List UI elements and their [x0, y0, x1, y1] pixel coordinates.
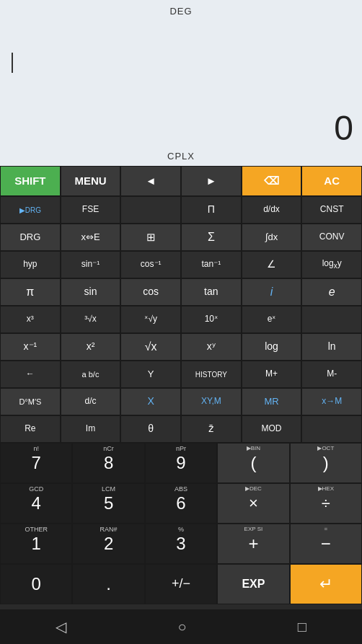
empty-r10 [301, 415, 362, 443]
lparen-button[interactable]: ▶BIN ( [217, 443, 289, 483]
n5-button[interactable]: LCM 5 [72, 483, 144, 524]
fse-button[interactable]: FSE [61, 196, 121, 224]
nav-bar: ◁ ○ □ [0, 609, 362, 644]
ln-button[interactable]: ln [301, 333, 362, 361]
angle-button[interactable]: ∠ [242, 251, 302, 278]
row-complex-sub: Re Im θ z̄ MOD [0, 415, 362, 443]
re-sub-button[interactable]: Re [0, 415, 61, 443]
cursor [12, 53, 13, 73]
row-0: 0 . +/− EXP ↵ [0, 564, 362, 604]
n6-button[interactable]: ABS 6 [145, 483, 217, 524]
dot-button[interactable]: . [72, 564, 144, 604]
n2-button[interactable]: RAN# 2 [72, 524, 144, 564]
grid-button[interactable]: ⊞ [120, 224, 181, 251]
n7-button[interactable]: n! 7 [0, 443, 72, 483]
row-456: GCD 4 LCM 5 ABS 6 ▶DEC × ▶HEX ÷ [0, 483, 362, 524]
row-drg: DRG x⇔E ⊞ Σ ∫dx CONV [0, 224, 362, 251]
row-789: n! 7 nCr 8 nPr 9 ▶BIN ( ▶OCT ) [0, 443, 362, 483]
ac-button[interactable]: AC [301, 166, 362, 196]
mod-sub-button[interactable]: MOD [242, 415, 302, 443]
mul-button[interactable]: ▶DEC × [217, 483, 289, 524]
rparen-button[interactable]: ▶OCT ) [290, 443, 362, 483]
mminus-button[interactable]: M- [301, 361, 362, 388]
ex-sub-button[interactable]: eˣ [242, 306, 302, 333]
left-arrow-button[interactable]: ◄ [120, 166, 181, 196]
sigma-button[interactable]: Σ [181, 224, 242, 251]
row-power: x⁻¹ x² √x xʸ log ln [0, 333, 362, 361]
x3-sub-button[interactable]: x³ [0, 306, 61, 333]
cnst-button[interactable]: CNST [301, 196, 362, 224]
row-mem-sub: ← a b/c Y HISTORY M+ M- [0, 361, 362, 388]
n1-button[interactable]: OTHER 1 [0, 524, 72, 564]
deg-label: DEG [9, 6, 353, 17]
x-btn-button[interactable]: X [120, 388, 181, 415]
zbar-sub-button[interactable]: z̄ [181, 415, 242, 443]
dc-button[interactable]: d/c [61, 388, 121, 415]
row-hyp-sub: hyp sin⁻¹ cos⁻¹ tan⁻¹ ∠ logxy [0, 251, 362, 278]
row-power-sub: x³ ³√x ˣ√y 10ˣ eˣ [0, 306, 362, 333]
enter-button[interactable]: ↵ [290, 564, 362, 604]
xe-button[interactable]: x⇔E [61, 224, 121, 251]
ddx-button[interactable]: d/dx [242, 196, 302, 224]
theta-sub-button[interactable]: θ [120, 415, 181, 443]
mplus-button[interactable]: M+ [242, 361, 302, 388]
n0-button[interactable]: 0 [0, 564, 72, 604]
im-sub-button[interactable]: Im [61, 415, 121, 443]
row-dms: D°M′S d/c X XY,M MR x→M [0, 388, 362, 415]
minus-button[interactable]: = − [290, 524, 362, 564]
plus-button[interactable]: EXP SI + [217, 524, 289, 564]
cos-inv-button[interactable]: cos⁻¹ [120, 251, 181, 278]
row-123: OTHER 1 RAN# 2 % 3 EXP SI + = − [0, 524, 362, 564]
n8-button[interactable]: nCr 8 [72, 443, 144, 483]
recent-button[interactable]: □ [283, 613, 321, 641]
drg-sub-button[interactable]: ▶DRG [0, 196, 61, 224]
row-drg-sub: ▶DRG FSE Π d/dx CNST [0, 196, 362, 224]
y-sub-button[interactable]: Y [120, 361, 181, 388]
n3-button[interactable]: % 3 [145, 524, 217, 564]
xy-button[interactable]: xʸ [181, 333, 242, 361]
xm-button[interactable]: x→M [301, 388, 362, 415]
posneg-button[interactable]: +/− [145, 564, 217, 604]
exp-button[interactable]: EXP [217, 564, 289, 604]
menu-button[interactable]: MENU [61, 166, 121, 196]
row-trig: π sin cos tan i e [0, 278, 362, 306]
x2-button[interactable]: x² [61, 333, 121, 361]
pi-button[interactable]: π [0, 278, 61, 306]
xrty-sub-button[interactable]: ˣ√y [120, 306, 181, 333]
home-button[interactable]: ○ [163, 613, 200, 641]
keyboard: SHIFT MENU ◄ ► ⌫ AC ▶DRG FSE Π d/dx [0, 166, 362, 609]
drg-button[interactable]: DRG [0, 224, 61, 251]
n4-button[interactable]: GCD 4 [0, 483, 72, 524]
intdx-button[interactable]: ∫dx [242, 224, 302, 251]
left-arr-sub[interactable]: ← [0, 361, 61, 388]
shift-button[interactable]: SHIFT [0, 166, 61, 196]
logy-button[interactable]: logxy [301, 251, 362, 278]
log-button[interactable]: log [242, 333, 302, 361]
conv-button[interactable]: CONV [301, 224, 362, 251]
pi-sub-button[interactable]: Π [181, 196, 242, 224]
right-arrow-button[interactable]: ► [181, 166, 242, 196]
i-button[interactable]: i [242, 278, 302, 306]
sin-button[interactable]: sin [61, 278, 121, 306]
tan-inv-button[interactable]: tan⁻¹ [181, 251, 242, 278]
cplx-label: CPLX [9, 151, 353, 166]
e-button[interactable]: e [301, 278, 362, 306]
xinv-button[interactable]: x⁻¹ [0, 333, 61, 361]
cos-button[interactable]: cos [120, 278, 181, 306]
history-button[interactable]: HISTORY [181, 361, 242, 388]
mr-button[interactable]: MR [242, 388, 302, 415]
row-shift: SHIFT MENU ◄ ► ⌫ AC [0, 166, 362, 196]
abc-sub-button[interactable]: a b/c [61, 361, 121, 388]
cbrtx-sub-button[interactable]: ³√x [61, 306, 121, 333]
dms-button[interactable]: D°M′S [0, 388, 61, 415]
tenx-sub-button[interactable]: 10ˣ [181, 306, 242, 333]
hyp-sub-button[interactable]: hyp [0, 251, 61, 278]
n9-button[interactable]: nPr 9 [145, 443, 217, 483]
div-button[interactable]: ▶HEX ÷ [290, 483, 362, 524]
xym-button[interactable]: XY,M [181, 388, 242, 415]
sin-inv-button[interactable]: sin⁻¹ [61, 251, 121, 278]
tan-button[interactable]: tan [181, 278, 242, 306]
delete-button[interactable]: ⌫ [242, 166, 302, 196]
sqrtx-button[interactable]: √x [120, 333, 181, 361]
back-button[interactable]: ◁ [41, 612, 81, 641]
